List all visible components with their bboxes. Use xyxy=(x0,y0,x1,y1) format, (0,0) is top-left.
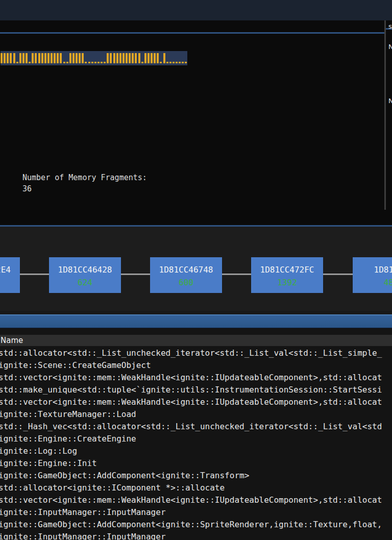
node-size: 624 xyxy=(49,278,121,288)
allocated-fragment-bar xyxy=(26,53,28,63)
allocated-fragment-bar xyxy=(132,53,134,63)
allocation-node[interactable]: 1D81CC46428624 xyxy=(49,257,121,293)
node-size: 1392 xyxy=(251,278,323,288)
free-slot-mark xyxy=(88,62,90,63)
table-row[interactable]: ignite::GameObject::AddComponent<ignite:… xyxy=(0,470,392,482)
table-body: std::allocator<std::_List_unchecked_iter… xyxy=(0,347,392,540)
column-header-label: Name xyxy=(1,336,23,345)
free-slot-mark xyxy=(182,62,184,63)
allocated-fragment-bar xyxy=(116,53,118,63)
allocated-fragment-bar xyxy=(110,53,112,63)
node-size: 48 xyxy=(353,278,392,288)
table-row[interactable]: ignite::Scene::CreateGameObject xyxy=(0,359,392,372)
allocated-fragment-bar xyxy=(7,53,9,63)
table-row[interactable]: ignite::Log::Log xyxy=(0,445,392,457)
allocated-fragment-bar xyxy=(4,53,6,63)
allocated-fragment-bar xyxy=(60,53,62,63)
allocated-fragment-bar xyxy=(44,53,46,63)
table-row[interactable]: ignite::TextureManager::Load xyxy=(0,408,392,421)
fragment-count-value: 36 xyxy=(22,184,32,193)
allocated-fragment-bar xyxy=(129,53,131,63)
free-slot-mark xyxy=(29,62,31,63)
allocated-fragment-bar xyxy=(135,53,137,63)
clipped-text-fragment: s xyxy=(388,22,392,30)
allocated-fragment-bar xyxy=(69,53,71,63)
allocated-fragment-bar xyxy=(54,53,56,63)
allocation-node[interactable]: 1D81CC46748600 xyxy=(150,257,222,293)
memory-fragmentation-panel: Number of Memory Fragments:36 xyxy=(0,20,384,210)
free-slot-mark xyxy=(160,62,162,63)
table-row[interactable]: std::vector<ignite::mem::WeakHandle<igni… xyxy=(0,396,392,408)
table-row[interactable]: ignite::Engine::Init xyxy=(0,457,392,470)
allocation-node[interactable]: 1D81CC472FC1392 xyxy=(251,257,323,293)
window-gap xyxy=(0,311,392,314)
free-slot-mark xyxy=(16,62,18,63)
clipped-text-fragment: N xyxy=(388,97,392,104)
free-slot-mark xyxy=(91,62,93,63)
table-row[interactable]: std::vector<ignite::mem::WeakHandle<igni… xyxy=(0,372,392,384)
allocation-node[interactable]: 1D81CC48 xyxy=(353,257,392,293)
allocated-fragment-bar xyxy=(51,53,53,63)
allocated-fragment-bar xyxy=(41,53,43,63)
allocated-fragment-bar xyxy=(72,53,75,63)
allocated-fragment-bar xyxy=(82,53,84,63)
allocated-fragment-bar xyxy=(79,53,81,63)
allocated-fragment-bar xyxy=(113,53,115,63)
allocated-fragment-bar xyxy=(47,53,50,63)
allocated-fragment-bar xyxy=(19,53,21,63)
allocated-fragment-bar xyxy=(22,53,24,63)
table-row[interactable]: std::_Hash_vec<std::allocator<std::_List… xyxy=(0,421,392,433)
fragment-count-label: Number of Memory Fragments:36 xyxy=(22,172,147,194)
allocated-fragment-bar xyxy=(119,53,121,63)
allocated-fragment-bar xyxy=(122,53,125,63)
free-slot-mark xyxy=(169,62,172,63)
memory-fragmentation-chart xyxy=(1,51,187,65)
node-size: 600 xyxy=(150,278,222,288)
allocation-node[interactable]: 2E4 xyxy=(0,257,20,293)
table-row[interactable]: ignite::Engine::CreateEngine xyxy=(0,433,392,445)
allocated-fragment-bar xyxy=(38,53,40,63)
table-row[interactable]: std::allocator<ignite::IComponent *>::al… xyxy=(0,482,392,494)
column-header-name[interactable]: Name xyxy=(0,335,392,346)
free-slot-mark xyxy=(104,62,106,63)
allocation-chain-panel: 2E41D81CC464286241D81CC467486001D81CC472… xyxy=(0,227,392,311)
fragment-count-text: Number of Memory Fragments: xyxy=(22,173,147,182)
free-slot-mark xyxy=(185,62,187,63)
clipped-text-fragment: N xyxy=(388,43,392,50)
table-row[interactable]: ignite::GameObject::AddComponent<ignite:… xyxy=(0,519,392,531)
free-slot-mark xyxy=(66,62,68,63)
table-header-bar[interactable] xyxy=(0,314,392,328)
node-address: 1D81CC46748 xyxy=(150,265,222,275)
allocated-fragment-bar xyxy=(126,53,128,63)
free-slot-mark xyxy=(179,62,181,63)
chain-window-header-strip xyxy=(0,210,392,225)
allocated-fragment-bar xyxy=(35,53,37,63)
table-row[interactable]: ignite::InputManager::InputManager xyxy=(0,506,392,519)
allocated-fragment-bar xyxy=(107,53,109,63)
table-row[interactable]: ignite::InputManager::InputManager xyxy=(0,531,392,540)
free-slot-mark xyxy=(97,62,100,63)
node-address: 2E4 xyxy=(0,265,20,275)
allocated-fragment-bar xyxy=(148,53,150,63)
allocated-fragment-bar xyxy=(157,53,159,63)
table-row[interactable]: std::make_unique<std::tuple<`ignite::uti… xyxy=(0,384,392,396)
node-address: 1D81CC xyxy=(353,265,392,275)
window-titlebar xyxy=(0,0,392,20)
table-row[interactable]: std::vector<ignite::mem::WeakHandle<igni… xyxy=(0,494,392,506)
allocated-fragment-bar xyxy=(32,53,34,63)
free-slot-mark xyxy=(101,62,103,63)
allocated-fragment-bar xyxy=(76,53,78,63)
free-slot-mark xyxy=(141,62,143,63)
free-slot-mark xyxy=(85,62,87,63)
clipped-right-panel: sNN xyxy=(386,20,392,210)
allocated-fragment-bar xyxy=(57,53,59,63)
table-row[interactable]: std::allocator<std::_List_unchecked_iter… xyxy=(0,347,392,359)
free-slot-mark xyxy=(173,62,175,63)
allocated-fragment-bar xyxy=(1,53,3,63)
free-slot-mark xyxy=(94,62,96,63)
free-slot-mark xyxy=(176,62,178,63)
allocated-fragment-bar xyxy=(144,53,146,63)
allocated-fragment-bar xyxy=(13,53,15,63)
allocated-fragment-bar xyxy=(10,53,12,63)
allocated-fragment-bar xyxy=(163,53,165,63)
